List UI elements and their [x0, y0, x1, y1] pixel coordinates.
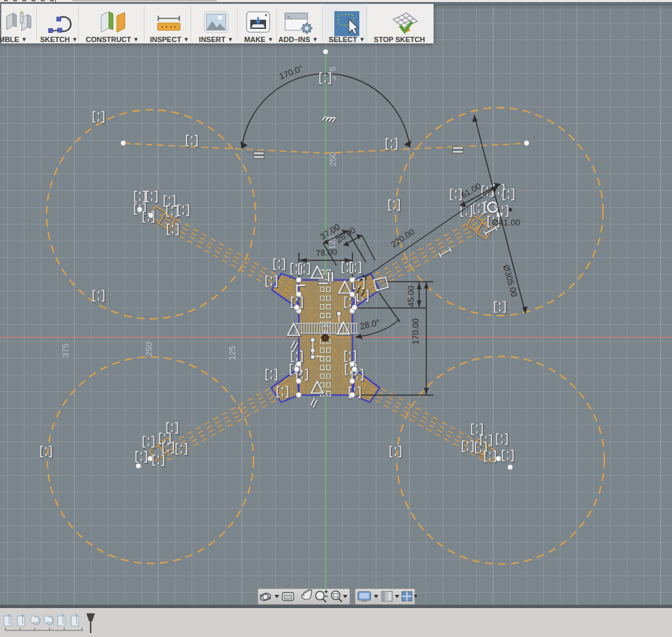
svg-text:250: 250: [328, 152, 338, 166]
svg-text:125: 125: [227, 346, 237, 360]
svg-text:Ø41.00: Ø41.00: [492, 218, 520, 227]
svg-text:170.00: 170.00: [411, 318, 420, 344]
svg-text:375: 375: [60, 343, 70, 358]
svg-text:45.00: 45.00: [406, 285, 416, 307]
svg-text:250: 250: [144, 342, 154, 356]
svg-text:>_: >_: [287, 14, 293, 20]
svg-text:78.00: 78.00: [315, 247, 338, 258]
